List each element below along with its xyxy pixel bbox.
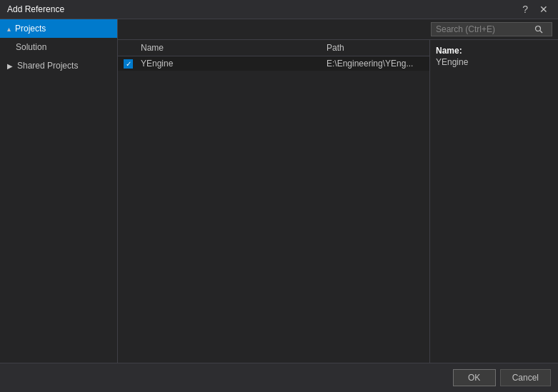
- sidebar-item-solution[interactable]: Solution: [0, 38, 117, 56]
- title-buttons: ? ✕: [519, 4, 551, 14]
- table-header: Name Path: [118, 40, 429, 56]
- info-name-label: Name:: [436, 46, 552, 56]
- ok-button[interactable]: OK: [453, 369, 496, 386]
- dialog-title: Add Reference: [7, 4, 64, 14]
- search-icon-button[interactable]: [532, 24, 546, 35]
- help-button[interactable]: ?: [519, 4, 531, 14]
- table-row[interactable]: ✓ YEngine E:\Engineering\YEng...: [118, 56, 429, 71]
- svg-point-0: [536, 26, 541, 31]
- chevron-right-icon: ▶: [7, 62, 13, 70]
- row-checkbox[interactable]: ✓: [124, 59, 141, 69]
- row-path: E:\Engineering\YEng...: [327, 59, 424, 69]
- search-bar: [118, 19, 558, 40]
- cancel-button[interactable]: Cancel: [500, 369, 551, 386]
- footer: OK Cancel: [0, 363, 558, 392]
- checkbox-checked: ✓: [124, 59, 133, 69]
- right-panel: Name Path ✓ YEngine E:\Engineering\YEng.…: [118, 19, 558, 363]
- svg-line-1: [540, 31, 542, 33]
- chevron-down-icon: ▴: [7, 25, 11, 33]
- search-icon: [534, 25, 543, 34]
- title-bar: Add Reference ? ✕: [0, 0, 558, 19]
- table-area: Name Path ✓ YEngine E:\Engineering\YEng.…: [118, 40, 429, 363]
- info-panel: Name: YEngine: [429, 40, 558, 363]
- close-button[interactable]: ✕: [537, 4, 551, 14]
- search-input[interactable]: [432, 23, 532, 36]
- header-path: Path: [327, 43, 424, 53]
- info-name-value: YEngine: [436, 57, 552, 67]
- header-check: [124, 43, 141, 53]
- main-content: ▴ Projects Solution ▶ Shared Projects: [0, 19, 558, 363]
- sidebar: ▴ Projects Solution ▶ Shared Projects: [0, 19, 118, 363]
- header-name: Name: [141, 43, 327, 53]
- sidebar-item-label: Shared Projects: [17, 61, 78, 71]
- sidebar-item-shared-projects[interactable]: ▶ Shared Projects: [0, 56, 117, 75]
- sidebar-item-label: Solution: [16, 42, 46, 52]
- sidebar-item-label: Projects: [15, 24, 46, 34]
- row-name: YEngine: [141, 59, 327, 69]
- search-wrapper: [431, 22, 552, 36]
- content-area: Name Path ✓ YEngine E:\Engineering\YEng.…: [118, 40, 558, 363]
- sidebar-item-projects[interactable]: ▴ Projects: [0, 19, 117, 38]
